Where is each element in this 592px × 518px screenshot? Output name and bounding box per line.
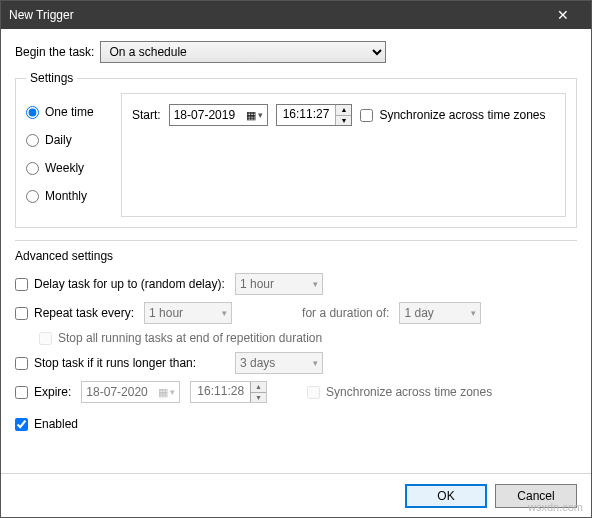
sync-timezones-checkbox[interactable]: Synchronize across time zones xyxy=(360,108,545,122)
settings-legend: Settings xyxy=(26,71,77,85)
start-panel: Start: 18-07-2019 ▦ ▾ 16:11:27 ▲▼ Sy xyxy=(121,93,566,217)
window-title: New Trigger xyxy=(9,8,543,22)
cancel-button[interactable]: Cancel xyxy=(495,484,577,508)
time-spinner[interactable]: ▲▼ xyxy=(335,105,351,125)
duration-label: for a duration of: xyxy=(302,306,389,320)
calendar-icon: ▦ xyxy=(158,386,168,399)
titlebar: New Trigger ✕ xyxy=(1,1,591,29)
radio-one-time-input[interactable] xyxy=(26,106,39,119)
start-time-picker[interactable]: 16:11:27 ▲▼ xyxy=(276,104,353,126)
schedule-radios: One time Daily Weekly Monthly xyxy=(26,93,121,217)
enabled-checkbox[interactable]: Enabled xyxy=(15,417,78,431)
radio-daily[interactable]: Daily xyxy=(26,133,121,147)
start-label: Start: xyxy=(132,108,161,122)
repeat-duration-combo: 1 day▾ xyxy=(399,302,481,324)
chevron-down-icon[interactable]: ▾ xyxy=(258,110,263,120)
chevron-down-icon: ▾ xyxy=(170,387,175,397)
radio-monthly[interactable]: Monthly xyxy=(26,189,121,203)
delay-checkbox[interactable]: Delay task for up to (random delay): xyxy=(15,277,225,291)
repeat-interval-combo: 1 hour▾ xyxy=(144,302,232,324)
repeat-checkbox[interactable]: Repeat task every: xyxy=(15,306,134,320)
delay-combo: 1 hour▾ xyxy=(235,273,323,295)
expire-checkbox[interactable]: Expire: xyxy=(15,385,71,399)
close-icon[interactable]: ✕ xyxy=(543,7,583,23)
dialog-footer: OK Cancel xyxy=(1,473,591,517)
radio-weekly-input[interactable] xyxy=(26,162,39,175)
expire-date-picker: 18-07-2020 ▦ ▾ xyxy=(81,381,180,403)
begin-task-label: Begin the task: xyxy=(15,45,94,59)
calendar-icon[interactable]: ▦ xyxy=(246,109,256,122)
stop-if-longer-checkbox[interactable]: Stop task if it runs longer than: xyxy=(15,356,196,370)
advanced-legend: Advanced settings xyxy=(15,249,577,263)
new-trigger-dialog: New Trigger ✕ Begin the task: On a sched… xyxy=(0,0,592,518)
stop-if-longer-combo: 3 days▾ xyxy=(235,352,323,374)
radio-monthly-input[interactable] xyxy=(26,190,39,203)
expire-time-picker: 16:11:28 ▲▼ xyxy=(190,381,267,403)
begin-task-combo[interactable]: On a schedule xyxy=(100,41,386,63)
radio-weekly[interactable]: Weekly xyxy=(26,161,121,175)
ok-button[interactable]: OK xyxy=(405,484,487,508)
stop-end-repeat-checkbox: Stop all running tasks at end of repetit… xyxy=(39,331,322,345)
settings-group: Settings One time Daily Weekly xyxy=(15,71,577,228)
expire-sync-checkbox: Synchronize across time zones xyxy=(307,385,492,399)
radio-one-time[interactable]: One time xyxy=(26,105,121,119)
start-date-picker[interactable]: 18-07-2019 ▦ ▾ xyxy=(169,104,268,126)
radio-daily-input[interactable] xyxy=(26,134,39,147)
